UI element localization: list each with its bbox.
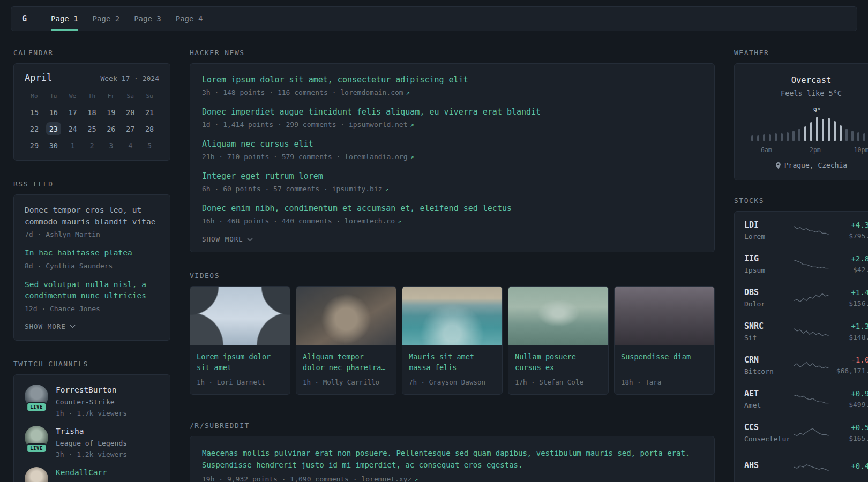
video-body: Lorem ipsum dolor sit amet consectetu… 1… [190,345,290,394]
show-more-button[interactable]: SHOW MORE [202,235,253,243]
video-title-link[interactable]: Nullam posuere cursus ex [515,351,602,373]
hn-title-link[interactable]: Donec imperdiet augue tincidunt felis al… [202,107,541,118]
stock-row[interactable]: CCS Consectetur +0.51% $165.84 [744,416,868,450]
channel-name-link[interactable]: Trisha [56,426,127,436]
video-card[interactable]: Nullam posuere cursus ex 17h · Stefan Co… [508,286,609,395]
twitch-channel-row[interactable]: LIVE ForrestBurton Counter-Strike 1h · 1… [25,385,159,418]
hackernews-section-title: HACKER NEWS [190,49,715,57]
calendar-day-cell: 19 [101,104,121,120]
channel-name-link[interactable]: ForrestBurton [56,385,127,395]
calendar-day-cell: 4 [121,137,140,154]
sparkline-svg [794,257,829,271]
rss-item-title-link[interactable]: Donec tempor eros leo, ut commodo mauris… [25,205,159,228]
external-link-icon: ↗ [406,89,410,96]
page-tab[interactable]: Page 4 [176,7,203,31]
post-domain-link[interactable]: loremnet.xyz↗ [361,475,418,482]
stock-row[interactable]: LDI Lorem +4.35% $795.18 [744,214,868,247]
page-tab[interactable]: Page 3 [134,7,161,31]
calendar-day-number: 28 [142,122,157,135]
hn-domain-link[interactable]: ipsumworld.net↗ [349,120,414,129]
stock-left: AET Amet [744,389,794,410]
calendar-day-cell: 15 [25,104,44,120]
weather-widget: WEATHER Overcast Feels like 5°C 9° 6am 2… [734,49,868,180]
post-title-link[interactable]: Maecenas mollis pulvinar erat non posuer… [202,447,702,471]
show-more-button[interactable]: SHOW MORE [25,322,76,330]
video-thumbnail[interactable] [190,287,290,345]
rss-item-title-link[interactable]: In hac habitasse platea [25,247,159,259]
stock-name: Consectetur [744,434,794,443]
stock-change: +4.35% [851,220,868,230]
channel-name-link[interactable]: KendallCarr [56,467,107,478]
show-more-label: SHOW MORE [25,322,66,330]
stock-left: IIG Ipsum [744,254,794,275]
hn-domain-link[interactable]: loremdomain.com↗ [340,88,410,96]
stock-symbol: AHS [744,461,794,471]
calendar-day-number: 15 [27,106,42,119]
calendar-day-cell: 22 [25,120,44,137]
stock-row[interactable]: IIG Ipsum +2.84% $42.04 [744,247,868,281]
stock-row[interactable]: AHS +0.46% [744,450,868,482]
calendar-day-number: 19 [103,106,118,119]
video-card[interactable]: Aliquam tempor dolor nec pharetra… 1h · … [296,286,396,395]
page-tab[interactable]: Page 2 [93,7,120,31]
calendar-day-cell: 30 [44,137,63,154]
channel-meta: 3h · 1.2k viewers [56,449,127,460]
video-title-link[interactable]: Suspendisse diam [621,351,708,373]
stock-price: $165.84 [849,434,868,443]
hn-domain-link[interactable]: ipsumify.biz↗ [332,185,389,193]
rss-item-title-link[interactable]: Sed volutpat nulla nisl, a condimentum n… [25,279,159,302]
weather-hour-labels: 6am 2pm 10pm [745,146,868,155]
stock-right: +1.36% $148.64 [829,321,868,342]
stock-row[interactable]: SNRC Sit +1.36% $148.64 [744,315,868,349]
calendar-day-number: 4 [123,139,138,152]
video-title-link[interactable]: Lorem ipsum dolor sit amet consectetu… [197,351,283,373]
stock-price: $795.18 [849,231,868,240]
hn-title-link[interactable]: Integer eget rutrum lorem [202,171,323,182]
stock-sparkline [794,223,829,237]
video-thumbnail[interactable] [402,287,502,345]
page-tab[interactable]: Page 1 [51,7,78,31]
twitch-channel-row[interactable]: LIVE KendallCarr [25,467,159,482]
calendar-dow-label: We [63,89,83,104]
calendar-dow-label: Fr [101,89,121,104]
channel-game[interactable]: Counter-Strike [56,397,127,407]
weather-condition: Overcast [745,76,868,85]
hackernews-widget: HACKER NEWS Lorem ipsum dolor sit amet, … [190,49,715,252]
video-title-link[interactable]: Aliquam tempor dolor nec pharetra… [303,351,390,373]
weather-bar [863,133,865,141]
stock-row[interactable]: AET Amet +0.92% $499.72 [744,382,868,416]
stock-left: LDI Lorem [744,220,794,241]
video-thumbnail[interactable] [296,287,396,345]
channel-game[interactable]: League of Legends [56,438,127,448]
twitch-channel-row[interactable]: LIVE Trisha League of Legends 3h · 1.2k … [25,426,159,460]
subreddit-widget: /R/SUBREDDIT Maecenas mollis pulvinar er… [190,421,715,482]
video-card[interactable]: Lorem ipsum dolor sit amet consectetu… 1… [190,286,290,395]
subreddit-section-title: /R/SUBREDDIT [190,421,715,430]
calendar-day-number: 26 [103,122,118,135]
video-thumbnail[interactable] [508,287,608,345]
rss-item: In hac habitasse platea 8d · Cynthia Sau… [25,247,159,271]
weather-bar [804,126,806,141]
calendar-week-year: Week 17 · 2024 [100,74,159,82]
calendar-day-cell: 20 [121,104,140,120]
video-card[interactable]: Suspendisse diam 18h · Tara [614,286,715,395]
hn-domain-link[interactable]: loremtech.co↗ [345,217,401,225]
stock-symbol: CCS [744,423,794,433]
weather-hour-label: 10pm [854,146,868,154]
video-title-link[interactable]: Mauris sit amet massa felis [409,351,496,373]
hn-domain-link[interactable]: loremlandia.org↗ [345,153,414,161]
hn-title-link[interactable]: Lorem ipsum dolor sit amet, consectetur … [202,74,468,86]
calendar-day-cell: 23 [44,120,63,137]
rss-item-meta: 12d · Chance Jones [25,304,159,314]
sparkline-svg [794,392,829,406]
weather-bar [781,133,783,141]
hn-domain: ipsumworld.net [349,120,408,129]
video-card[interactable]: Mauris sit amet massa felis 7h · Grayson… [402,286,503,395]
stock-row[interactable]: DBS Dolor +1.42% $156.28 [744,281,868,315]
sparkline-svg [794,426,829,440]
video-thumbnail[interactable] [615,287,714,345]
hn-title-link[interactable]: Aliquam nec cursus elit [202,139,313,150]
hn-item: Aliquam nec cursus elit 21h · 710 points… [202,139,702,162]
stock-row[interactable]: CRN Bitcorn -1.00% $66,171.48 [744,349,868,382]
hn-title-link[interactable]: Donec enim nibh, condimentum et accumsan… [202,203,512,214]
